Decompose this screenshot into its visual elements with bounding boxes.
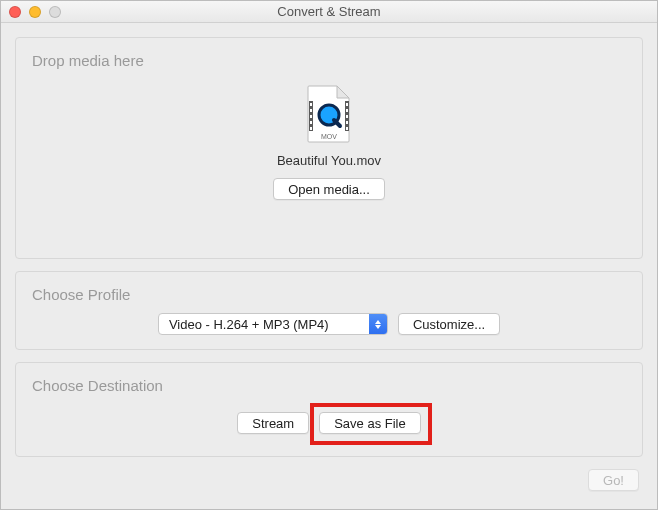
go-button[interactable]: Go!: [588, 469, 639, 491]
panel-drop-media: Drop media here: [15, 37, 643, 259]
svg-rect-4: [310, 115, 312, 118]
convert-stream-window: Convert & Stream Drop media here: [0, 0, 658, 510]
svg-rect-3: [310, 109, 312, 112]
svg-rect-6: [310, 127, 312, 130]
svg-rect-2: [310, 103, 312, 106]
profile-select[interactable]: Video - H.264 + MP3 (MP4): [158, 313, 388, 335]
profile-select-value: Video - H.264 + MP3 (MP4): [159, 314, 369, 334]
profile-row: Video - H.264 + MP3 (MP4) Customize...: [30, 313, 628, 335]
destination-heading: Choose Destination: [32, 377, 628, 394]
window-body: Drop media here: [1, 23, 657, 509]
minimize-icon[interactable]: [29, 6, 41, 18]
customize-button[interactable]: Customize...: [398, 313, 500, 335]
stream-button[interactable]: Stream: [237, 412, 309, 434]
dropped-file-name: Beautiful You.mov: [277, 153, 381, 168]
open-media-button[interactable]: Open media...: [273, 178, 385, 200]
svg-rect-7: [346, 103, 348, 106]
mov-file-icon: MOV: [305, 85, 353, 143]
destination-row: Stream Save as File: [30, 412, 628, 434]
svg-rect-5: [310, 121, 312, 124]
file-ext-label: MOV: [321, 133, 337, 140]
close-icon[interactable]: [9, 6, 21, 18]
svg-rect-11: [346, 127, 348, 130]
drop-area[interactable]: MOV Beautiful You.mov Open media...: [30, 79, 628, 204]
svg-rect-9: [346, 115, 348, 118]
panel-choose-destination: Choose Destination Stream Save as File: [15, 362, 643, 457]
window-traffic-lights: [9, 1, 61, 22]
panel-choose-profile: Choose Profile Video - H.264 + MP3 (MP4)…: [15, 271, 643, 350]
drop-heading: Drop media here: [32, 52, 628, 69]
zoom-icon[interactable]: [49, 6, 61, 18]
svg-rect-10: [346, 121, 348, 124]
profile-heading: Choose Profile: [32, 286, 628, 303]
titlebar: Convert & Stream: [1, 1, 657, 23]
svg-rect-8: [346, 109, 348, 112]
save-as-file-button[interactable]: Save as File: [319, 412, 421, 434]
footer: Go!: [15, 469, 643, 491]
stepper-arrows-icon: [369, 314, 387, 334]
window-title: Convert & Stream: [1, 4, 657, 19]
